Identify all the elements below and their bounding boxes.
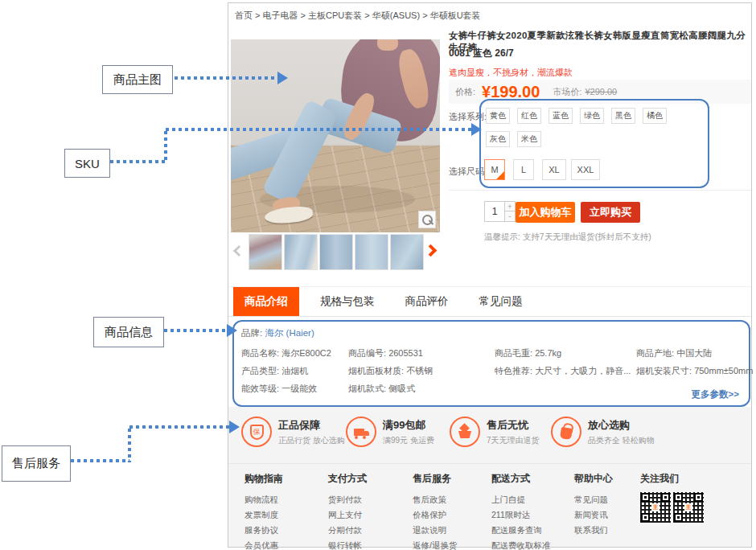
qr-code-2: 王	[673, 492, 704, 523]
quantity-input[interactable]: 1	[484, 201, 505, 222]
info-field: 商品产地: 中国大陆	[636, 344, 756, 362]
thumbs-prev-icon[interactable]	[233, 245, 244, 257]
annotation-main-image: 商品主图	[102, 65, 173, 94]
color-option-blue[interactable]: 蓝色	[549, 108, 573, 124]
service-title: 正品保障	[278, 418, 345, 433]
arrow-right-icon	[277, 72, 288, 84]
divider	[449, 190, 751, 191]
footer-link[interactable]: 发票制度	[244, 507, 283, 523]
color-option-green[interactable]: 绿色	[580, 108, 604, 124]
buy-now-button[interactable]: 立即购买	[581, 202, 640, 223]
color-option-gray[interactable]: 灰色	[486, 131, 510, 147]
market-price-value: ¥299.00	[585, 87, 617, 96]
footer-link[interactable]: 常见问题	[574, 492, 613, 507]
returns-box-icon	[450, 417, 480, 447]
annotation-sku: SKU	[64, 149, 110, 178]
footer-link[interactable]: 价格保护	[413, 507, 457, 523]
annotation-arrow-line	[71, 459, 129, 462]
purchase-tip: 温馨提示: 支持7天无理由退货(拆封后不支持)	[484, 232, 651, 243]
thumbnail-1[interactable]	[249, 234, 282, 270]
quantity-decrease-button[interactable]: -	[505, 211, 516, 222]
tab-spec-packing[interactable]: 规格与包装	[310, 287, 384, 316]
color-option-beige[interactable]: 米色	[517, 131, 541, 147]
detail-tabbar: 商品介绍 规格与包装 商品评价 常见问题	[228, 286, 751, 317]
color-option-black[interactable]: 黑色	[611, 108, 635, 124]
footer-link[interactable]: 211限时达	[491, 507, 551, 523]
price-bar: 价格: ¥199.00 市场价: ¥299.00	[449, 80, 751, 104]
footer-link[interactable]: 服务协议	[244, 523, 283, 538]
product-title-line2: 0081 蓝色 26/7	[449, 47, 514, 60]
annotation-product-info: 商品信息	[93, 317, 164, 347]
service-title: 售后无忧	[487, 418, 540, 433]
size-label: 选择尺码:	[449, 166, 487, 178]
thumbnail-4[interactable]	[355, 234, 388, 270]
thumbnail-2[interactable]	[284, 234, 318, 270]
product-info-box: 品牌: 海尔 (Haier) 商品名称: 海尔E800C2 产品类型: 油烟机 …	[232, 320, 750, 407]
thumbnail-5[interactable]	[390, 234, 424, 270]
footer-link[interactable]: 联系我们	[574, 523, 613, 538]
footer-column-help-center: 帮助中心 常见问题 新闻资讯 联系我们	[574, 472, 613, 538]
footer-link[interactable]: 分期付款	[328, 523, 367, 538]
size-option-xl[interactable]: XL	[542, 159, 566, 180]
divider	[228, 463, 751, 464]
shield-bao-icon: 保	[241, 417, 272, 447]
size-option-l[interactable]: L	[513, 159, 534, 180]
brand-label: 品牌:	[241, 328, 262, 338]
add-to-cart-button[interactable]: 加入购物车	[516, 202, 575, 223]
info-column-4: 商品产地: 中国大陆 烟机安装尺寸: 750mm±50mm (烟...	[636, 344, 756, 380]
annotation-arrow-line	[164, 131, 167, 163]
footer-link[interactable]: 退款说明	[413, 523, 457, 538]
tab-reviews[interactable]: 商品评价	[396, 287, 458, 316]
footer-link[interactable]: 会员优惠	[244, 538, 283, 550]
annotation-arrow-line	[175, 76, 277, 80]
footer-link[interactable]: 配送服务查询	[491, 523, 551, 538]
color-option-red[interactable]: 红色	[517, 108, 541, 124]
product-main-image[interactable]	[231, 39, 440, 232]
price-value: ¥199.00	[482, 83, 540, 101]
thumbnail-3[interactable]	[319, 234, 353, 270]
size-option-xxl[interactable]: XXL	[571, 159, 600, 180]
breadcrumb[interactable]: 首页 > 电子电器 > 主板CPU套装 > 华硕(ASUS) > 华硕板U套装	[235, 10, 481, 22]
footer-link[interactable]: 返修/退换货	[413, 538, 457, 550]
info-column-2: 商品编号: 2605531 烟机面板材质: 不锈钢 烟机款式: 侧吸式	[348, 344, 433, 397]
footer-column-delivery: 配送方式 上门自提 211限时达 配送服务查询 配送费收取标准 海外配送	[491, 472, 551, 550]
magnifier-icon[interactable]	[418, 211, 436, 228]
annotation-arrow-line	[164, 329, 227, 332]
info-field: 烟机安装尺寸: 750mm±50mm (烟...	[636, 362, 756, 380]
service-easy-shopping: 放心选购 品类齐全 轻松购物	[551, 417, 655, 447]
info-field: 特色推荐: 大尺寸，大吸力，静音...	[495, 362, 631, 380]
footer-link[interactable]: 购物流程	[244, 492, 283, 507]
brand-link[interactable]: 海尔 (Haier)	[265, 328, 314, 338]
footer-link[interactable]: 配送费收取标准	[491, 538, 551, 550]
footer-link[interactable]: 上门自提	[491, 492, 551, 507]
footer-link[interactable]: 新闻资讯	[574, 507, 613, 523]
info-field: 产品类型: 油烟机	[241, 362, 331, 380]
shopping-bag-icon	[551, 417, 581, 447]
quantity-stepper: + -	[505, 201, 516, 222]
info-field: 能效等级: 一级能效	[241, 380, 331, 397]
info-field: 烟机款式: 侧吸式	[348, 380, 433, 397]
more-params-link[interactable]: 更多参数>>	[692, 388, 739, 400]
footer-column-shopping-guide: 购物指南 购物流程 发票制度 服务协议 会员优惠	[244, 472, 283, 550]
quantity-increase-button[interactable]: +	[505, 201, 516, 211]
footer-link[interactable]: 货到付款	[328, 492, 367, 507]
thumbs-next-icon[interactable]	[425, 244, 438, 257]
footer-link[interactable]: 售后政策	[413, 492, 457, 507]
product-detail-panel: 首页 > 电子电器 > 主板CPU套装 > 华硕(ASUS) > 华硕板U套装 …	[228, 2, 752, 548]
size-option-m-selected[interactable]: M	[484, 159, 505, 180]
color-option-yellow[interactable]: 黄色	[486, 108, 510, 124]
tab-faq[interactable]: 常见问题	[470, 287, 532, 316]
price-label: 价格:	[455, 86, 475, 98]
annotation-arrow-line	[129, 425, 229, 429]
footer-link[interactable]: 银行转帐	[328, 538, 367, 550]
tab-product-intro[interactable]: 商品介绍	[233, 287, 299, 316]
service-subtitle: 7天无理由退货	[487, 435, 540, 446]
color-option-orange[interactable]: 橘色	[643, 108, 667, 124]
footer-column-after-sales: 售后服务 售后政策 价格保护 退款说明 返修/退换货 取消订单	[413, 472, 457, 550]
info-column-1: 商品名称: 海尔E800C2 产品类型: 油烟机 能效等级: 一级能效	[241, 344, 331, 397]
promo-text: 遮肉显瘦，不挑身材，潮流爆款	[449, 67, 573, 79]
series-label: 选择系列:	[449, 111, 487, 123]
footer-link[interactable]: 网上支付	[328, 507, 367, 523]
footer-column-payment: 支付方式 货到付款 网上支付 分期付款 银行转帐	[328, 472, 367, 550]
brand-line: 品牌: 海尔 (Haier)	[241, 327, 314, 339]
